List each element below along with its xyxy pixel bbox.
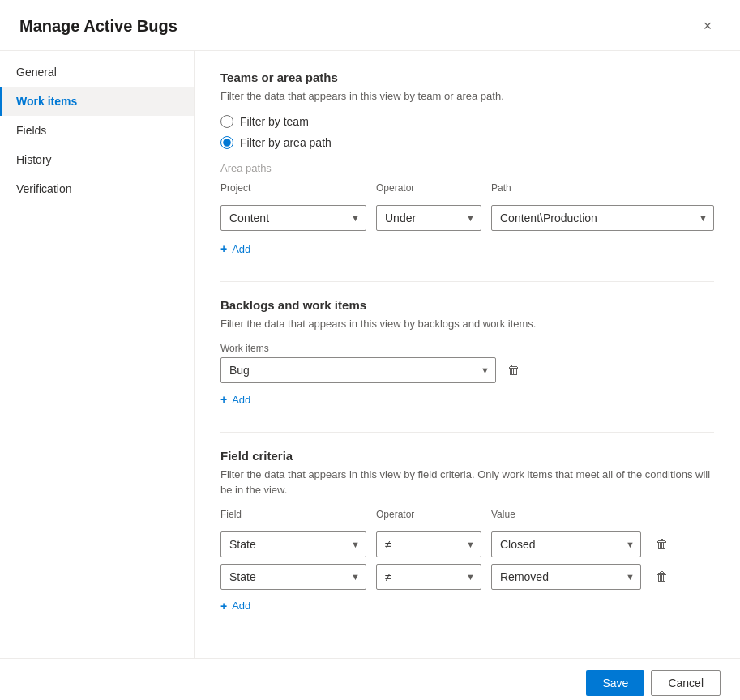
work-items-select-wrap: Bug ▼	[220, 357, 496, 383]
field-criteria-header: Field Operator Value	[220, 509, 714, 523]
project-col-label: Project	[220, 182, 366, 194]
backlogs-section-desc: Filter the data that appears in this vie…	[220, 317, 714, 331]
work-items-row: Bug ▼ 🗑	[220, 357, 714, 383]
value-0-select[interactable]: Closed	[491, 531, 641, 557]
sidebar-item-work-items[interactable]: Work items	[0, 87, 194, 116]
manage-active-bugs-dialog: Manage Active Bugs × General Work items …	[0, 0, 740, 700]
sidebar: General Work items Fields History Verifi…	[0, 51, 195, 658]
divider-2	[220, 432, 714, 433]
project-select[interactable]: Content	[220, 205, 366, 231]
field-criteria-section: Field criteria Filter the data that appe…	[220, 449, 714, 615]
work-items-delete-icon: 🗑	[507, 363, 520, 378]
operator-0-select[interactable]: ≠	[376, 531, 481, 557]
operator-col-label: Operator	[376, 182, 481, 194]
work-items-select[interactable]: Bug	[220, 357, 496, 383]
close-button[interactable]: ×	[695, 13, 721, 39]
field-0-select-wrap: State ▼	[220, 531, 366, 557]
operator-1-select[interactable]: ≠	[376, 564, 481, 590]
field-1-select-wrap: State ▼	[220, 564, 366, 590]
field-criteria-1-delete-icon: 🗑	[656, 570, 669, 584]
dialog-title: Manage Active Bugs	[19, 17, 178, 36]
path-select[interactable]: Content\Production	[491, 205, 714, 231]
divider-1	[220, 281, 714, 282]
backlogs-section-title: Backlogs and work items	[220, 298, 714, 312]
field-criteria-1-delete-button[interactable]: 🗑	[651, 564, 674, 590]
value-0-select-wrap: Closed ▼	[491, 531, 641, 557]
save-button[interactable]: Save	[586, 670, 644, 696]
filter-by-area-radio[interactable]	[220, 136, 233, 149]
sidebar-item-fields[interactable]: Fields	[0, 116, 194, 145]
field-operator-col-label: Operator	[376, 509, 481, 520]
operator-0-select-wrap: ≠ ▼	[376, 531, 481, 557]
filter-by-team-radio[interactable]	[220, 115, 233, 128]
area-paths-header: Project Operator Path	[220, 182, 714, 197]
field-1-select[interactable]: State	[220, 564, 366, 590]
dialog-header: Manage Active Bugs ×	[0, 0, 740, 51]
work-items-col-label: Work items	[220, 343, 714, 354]
filter-radio-group: Filter by team Filter by area path	[220, 115, 714, 149]
area-paths-plus-icon: +	[220, 242, 227, 255]
work-items-delete-button[interactable]: 🗑	[503, 357, 525, 383]
cancel-button[interactable]: Cancel	[651, 670, 721, 696]
field-criteria-plus-icon: +	[220, 600, 227, 612]
field-criteria-add-button[interactable]: + Add	[220, 596, 250, 616]
dialog-body: General Work items Fields History Verifi…	[0, 51, 740, 658]
path-select-wrap: Content\Production ▼	[491, 205, 714, 231]
teams-section-title: Teams or area paths	[220, 70, 714, 84]
field-col-label: Field	[220, 509, 366, 520]
field-criteria-title: Field criteria	[220, 449, 714, 463]
main-content: Teams or area paths Filter the data that…	[195, 51, 740, 658]
field-criteria-row-0: State ▼ ≠ ▼	[220, 531, 714, 557]
area-paths-label: Area paths	[220, 162, 714, 174]
sidebar-item-history[interactable]: History	[0, 145, 194, 174]
field-criteria-row-1: State ▼ ≠ ▼	[220, 564, 714, 590]
value-1-select-wrap: Removed ▼	[491, 564, 641, 590]
filter-by-team-label[interactable]: Filter by team	[220, 115, 714, 128]
area-paths-row-0: Content ▼ Under ▼	[220, 205, 714, 231]
operator-1-select-wrap: ≠ ▼	[376, 564, 481, 590]
operator-select-wrap: Under ▼	[376, 205, 481, 231]
teams-section: Teams or area paths Filter the data that…	[220, 70, 714, 258]
operator-select[interactable]: Under	[376, 205, 481, 231]
dialog-footer: Save Cancel	[0, 658, 740, 700]
backlogs-plus-icon: +	[220, 393, 227, 406]
field-criteria-0-delete-icon: 🗑	[656, 537, 669, 552]
value-col-label: Value	[491, 509, 641, 520]
field-0-select[interactable]: State	[220, 531, 366, 557]
field-criteria-desc: Filter the data that appears in this vie…	[220, 467, 714, 497]
filter-by-area-label[interactable]: Filter by area path	[220, 136, 714, 149]
value-1-select[interactable]: Removed	[491, 564, 641, 590]
field-criteria-0-delete-button[interactable]: 🗑	[651, 531, 674, 557]
path-col-label: Path	[491, 182, 714, 194]
teams-section-desc: Filter the data that appears in this vie…	[220, 89, 714, 104]
sidebar-item-general[interactable]: General	[0, 58, 194, 87]
area-paths-add-button[interactable]: + Add	[220, 239, 250, 258]
sidebar-item-verification[interactable]: Verification	[0, 174, 194, 203]
backlogs-section: Backlogs and work items Filter the data …	[220, 298, 714, 409]
project-select-wrap: Content ▼	[220, 205, 366, 231]
backlogs-add-button[interactable]: + Add	[220, 390, 250, 409]
